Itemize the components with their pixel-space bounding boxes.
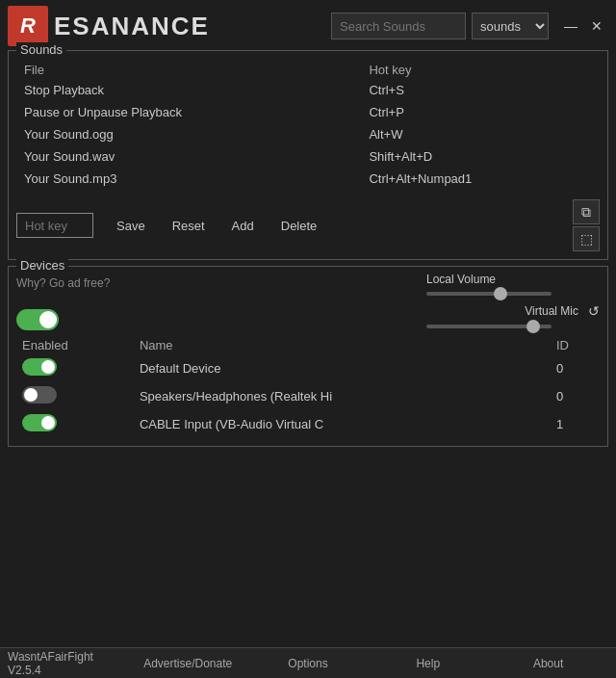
minimize-button[interactable]: —	[558, 17, 583, 35]
device-toggle[interactable]	[22, 358, 57, 376]
device-name-cell: Speakers/Headphones (Realtek Hi	[134, 382, 551, 410]
version-label: WasntAFairFight V2.5.4	[8, 646, 128, 679]
file-cell: Your Sound.wav	[16, 145, 349, 168]
help-link[interactable]: Help	[368, 653, 488, 674]
virtual-mic-slider-container	[426, 325, 600, 328]
file-cell: Your Sound.mp3	[16, 168, 349, 190]
search-input[interactable]	[331, 13, 466, 39]
file-cell: Pause or Unpause Playback	[16, 101, 349, 123]
devices-left: Why? Go ad free?	[16, 273, 110, 330]
sounds-dropdown[interactable]: sounds	[472, 13, 549, 39]
table-row[interactable]: Your Sound.mp3 Ctrl+Alt+Numpad1	[16, 168, 600, 190]
hotkey-cell: Ctrl+P	[349, 101, 600, 123]
hotkey-cell: Ctrl+Alt+Numpad1	[349, 168, 600, 190]
virtual-mic-row: Virtual Mic ↺	[525, 303, 600, 319]
hotkey-cell: Alt+W	[349, 123, 600, 145]
device-toggle-thumb	[41, 416, 55, 430]
options-link[interactable]: Options	[248, 653, 369, 674]
win-controls: — ✕	[558, 17, 608, 35]
devices-section: Devices Why? Go ad free? Local Volume Vi…	[8, 266, 608, 447]
sounds-toolbar: Save Reset Add Delete ⧉ ⬚	[16, 199, 600, 251]
local-volume-label: Local Volume	[426, 273, 496, 286]
virtual-mic-label: Virtual Mic	[525, 304, 578, 318]
local-volume-slider-container	[426, 292, 600, 296]
right-controls: Local Volume Virtual Mic ↺	[426, 273, 600, 328]
table-row[interactable]: Pause or Unpause Playback Ctrl+P	[16, 101, 600, 123]
advertise-link[interactable]: Advertise/Donate	[128, 653, 248, 674]
devices-table: Enabled Name ID Default Device 0 Speaker…	[16, 336, 600, 438]
title-bar: R ESANANCE sounds — ✕	[0, 0, 616, 50]
file-cell: Stop Playback	[16, 79, 349, 101]
sounds-section: Sounds File Hot key Stop Playback Ctrl+S…	[8, 50, 608, 260]
sounds-table: File Hot key Stop Playback Ctrl+S Pause …	[16, 61, 600, 190]
table-row[interactable]: Default Device 0	[16, 354, 600, 382]
name-col-header: Name	[134, 336, 551, 354]
device-toggle[interactable]	[22, 414, 57, 431]
icon-buttons: ⧉ ⬚	[573, 199, 600, 251]
device-toggle-thumb	[24, 388, 38, 402]
logo-icon: R	[8, 6, 48, 46]
main-toggle-track	[16, 309, 59, 330]
ad-free-text: Why? Go ad free?	[16, 276, 110, 290]
table-row[interactable]: Stop Playback Ctrl+S	[16, 79, 600, 101]
devices-section-label: Devices	[16, 258, 68, 273]
main-toggle[interactable]	[16, 309, 59, 330]
save-button[interactable]: Save	[113, 217, 149, 235]
main-toggle-thumb	[39, 311, 57, 328]
device-toggle-thumb	[41, 360, 55, 374]
delete-button[interactable]: Delete	[277, 217, 321, 235]
virtual-mic-slider[interactable]	[426, 325, 552, 328]
logo-area: R ESANANCE	[8, 6, 210, 46]
paste-icon-button[interactable]: ⬚	[573, 226, 600, 251]
device-id-cell: 1	[551, 410, 600, 438]
device-toggle[interactable]	[22, 386, 57, 404]
hotkey-col-header: Hot key	[349, 61, 600, 79]
about-link[interactable]: About	[488, 653, 608, 674]
device-enabled-cell	[16, 410, 134, 438]
table-row[interactable]: CABLE Input (VB-Audio Virtual C 1	[16, 410, 600, 438]
file-col-header: File	[16, 61, 349, 79]
device-enabled-cell	[16, 354, 134, 382]
id-col-header: ID	[551, 336, 600, 354]
table-row[interactable]: Speakers/Headphones (Realtek Hi 0	[16, 382, 600, 410]
add-button[interactable]: Add	[228, 217, 258, 235]
sounds-section-label: Sounds	[16, 42, 66, 57]
devices-top: Why? Go ad free? Local Volume Virtual Mi…	[16, 273, 600, 330]
enabled-col-header: Enabled	[16, 336, 134, 354]
local-volume-slider[interactable]	[426, 292, 552, 296]
device-id-cell: 0	[551, 354, 600, 382]
device-id-cell: 0	[551, 382, 600, 410]
device-name-cell: CABLE Input (VB-Audio Virtual C	[134, 410, 551, 438]
copy-icon-button[interactable]: ⧉	[573, 199, 600, 224]
hotkey-input[interactable]	[16, 213, 93, 238]
close-button[interactable]: ✕	[585, 17, 608, 35]
hotkey-cell: Ctrl+S	[349, 79, 600, 101]
table-row[interactable]: Your Sound.wav Shift+Alt+D	[16, 145, 600, 168]
hotkey-cell: Shift+Alt+D	[349, 145, 600, 168]
table-row[interactable]: Your Sound.ogg Alt+W	[16, 123, 600, 145]
main-toggle-area	[16, 309, 110, 330]
file-cell: Your Sound.ogg	[16, 123, 349, 145]
device-name-cell: Default Device	[134, 354, 551, 382]
status-bar: WasntAFairFight V2.5.4 Advertise/Donate …	[0, 647, 616, 678]
device-enabled-cell	[16, 382, 134, 410]
refresh-icon[interactable]: ↺	[588, 303, 600, 319]
logo-text: ESANANCE	[54, 12, 210, 41]
reset-button[interactable]: Reset	[168, 217, 209, 235]
title-controls: sounds — ✕	[331, 13, 608, 39]
